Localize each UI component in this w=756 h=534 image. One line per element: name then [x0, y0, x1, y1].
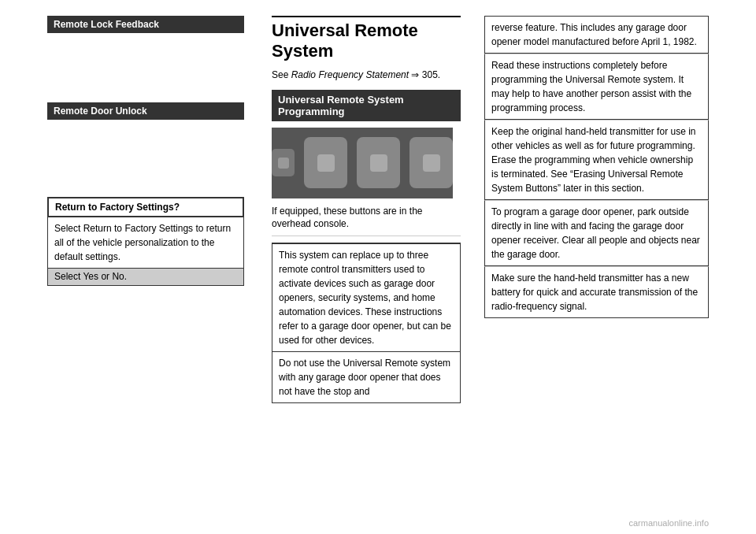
- factory-body-text: Select Return to Factory Settings to ret…: [47, 217, 244, 269]
- remote-lock-spacer: [47, 39, 244, 102]
- to-program-box: To program a garage door opener, park ou…: [484, 200, 709, 266]
- remote-btn-1: [304, 137, 347, 188]
- return-factory-header: Return to Factory Settings?: [47, 197, 244, 217]
- remote-lock-header: Remote Lock Feedback: [47, 16, 244, 33]
- reverse-feature-box: reverse feature. This includes any garag…: [484, 16, 709, 54]
- keep-transmitter-box: Keep the original hand-held transmitter …: [484, 120, 709, 200]
- select-yes-no-text: Select Yes or No.: [47, 269, 244, 286]
- middle-column: Universal Remote System See Radio Freque…: [260, 16, 472, 403]
- right-column: reverse feature. This includes any garag…: [472, 16, 709, 403]
- remote-btn-3: [410, 137, 453, 188]
- remote-buttons-image: [272, 128, 453, 198]
- sub-header: Universal Remote System Programming: [272, 90, 461, 121]
- btn-icon-3: [423, 154, 440, 172]
- make-sure-box: Make sure the hand-held transmitter has …: [484, 266, 709, 318]
- system-replace-text: This system can replace up to three remo…: [272, 243, 461, 352]
- left-column: Remote Lock Feedback Remote Door Unlock …: [47, 16, 260, 403]
- btn-icon-1: [317, 154, 335, 172]
- rf-text: See Radio Frequency Statement ⇒ 305.: [272, 69, 461, 82]
- remote-door-header: Remote Door Unlock: [47, 102, 244, 120]
- remote-door-spacer: [47, 126, 244, 173]
- btn-icon-2: [370, 154, 387, 172]
- watermark: carmanualonline.info: [628, 518, 709, 528]
- small-remote-btn: [272, 149, 295, 176]
- equipped-text: If equipped, these buttons are in the ov…: [272, 205, 461, 237]
- small-btn-icon: [278, 158, 289, 169]
- remote-btn-2: [357, 137, 400, 188]
- read-instructions-box: Read these instructions completely befor…: [484, 54, 709, 120]
- do-not-use-text: Do not use the Universal Remote system w…: [272, 352, 461, 403]
- main-title: Universal Remote System: [272, 16, 461, 62]
